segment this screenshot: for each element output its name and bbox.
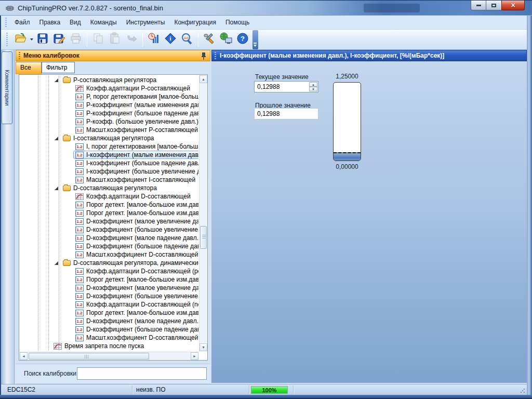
tree-item-label: Порог детект. [малое-большое изм.давл.], — [86, 276, 198, 283]
tree-item[interactable]: 1.2Масшт.коэффициент D-составляющей (dyn — [19, 334, 198, 342]
toolbar-button-open-file[interactable] — [12, 32, 28, 47]
tree-folder[interactable]: P-составляющая регулятора — [19, 76, 198, 84]
tree-item[interactable]: 1.2Коэфф.адаптации D-составляющей (negat… — [19, 300, 198, 309]
tab-filter[interactable]: Фильтр — [42, 62, 75, 73]
tree-item[interactable]: 1.2D-коэффициент (большое падение давл.) — [19, 242, 198, 250]
horizontal-scroll-thumb[interactable] — [29, 353, 149, 360]
tree-item[interactable]: 1.2P-коэфф. (большое увеличение давл.) — [19, 117, 198, 126]
calibration-search-input[interactable] — [77, 367, 207, 380]
tree-item-label: D-составляющая регулятора — [73, 184, 157, 192]
current-value-spinbox[interactable]: 0,12988 ▲ ▼ — [254, 81, 318, 92]
menu-grip-handle[interactable] — [5, 18, 7, 27]
tree-item-label: D-коэффициент (большое увеличение давл — [86, 226, 198, 233]
resize-grip-icon[interactable] — [520, 388, 525, 393]
tree-item[interactable]: 1.2I, порог детектирования [малое-большо… — [19, 142, 198, 151]
print-icon — [70, 32, 82, 47]
tree-folder[interactable]: I-составляющая регулятора — [19, 134, 198, 142]
toolbar-button-statistics[interactable] — [146, 32, 162, 47]
tree-item[interactable]: 1.2D-коэффициент (малое увеличение давл.… — [19, 217, 198, 225]
window-frame-right — [527, 16, 532, 395]
folder-icon — [63, 77, 71, 83]
toolbar-overflow-chevron-icon[interactable] — [252, 30, 258, 49]
expand-collapse-icon[interactable] — [55, 78, 58, 82]
tree-item[interactable]: 1.2Порог детект. [малое-большое изм.давл… — [19, 209, 198, 217]
current-value-label: Текущее значение — [255, 73, 309, 81]
toolbar-button-preview[interactable]: 110 — [179, 32, 195, 47]
tree-item[interactable]: 1.2Масшт.коэффициент I-составляющей — [19, 176, 198, 184]
tree-item[interactable]: 1.2Порог детект. [малое-большое изм.давл… — [19, 201, 198, 209]
expand-collapse-icon[interactable] — [55, 187, 58, 190]
toolbar-button-tools[interactable] — [202, 32, 217, 47]
spin-down-icon[interactable]: ▼ — [309, 87, 317, 91]
menu-item-0[interactable]: Файл — [10, 17, 35, 28]
tree-folder[interactable]: D-составляющая регулятора — [19, 184, 198, 192]
value-icon: 1.2 — [75, 127, 84, 134]
vertical-scrollbar[interactable]: ▲ ▼ — [199, 75, 207, 351]
tree-item[interactable]: 1.2D-коэффициент (большое падение давл. … — [19, 325, 198, 334]
value-icon: 1.2 — [75, 143, 84, 150]
tree-item-label: D-коэффициент (большое падение давл.) — [86, 243, 198, 250]
tree-item[interactable]: Коэфф.адаптации D-составляющей — [19, 192, 198, 201]
toolbar-button-save-as[interactable] — [51, 32, 67, 47]
value-icon: 1.2 — [75, 285, 84, 291]
tree-item-label: D-коэффициент (малое падение давл. dyn) — [86, 317, 198, 325]
open-dropdown-chevron-icon[interactable] — [29, 32, 34, 47]
toolbar-button-help[interactable]: ? — [235, 32, 250, 47]
scroll-left-icon[interactable]: ◄ — [20, 352, 28, 360]
tree-item-label: Порог детект. [малое-большое изм.давл.], — [86, 309, 198, 316]
toolbar-button-save[interactable] — [35, 32, 50, 47]
menu-item-3[interactable]: Команды — [86, 17, 122, 28]
tools-icon — [203, 32, 216, 47]
window-frame-left — [0, 16, 1, 395]
tree-item[interactable]: 1.2D-коэффициент (малое падение давл. dy… — [19, 317, 198, 325]
horizontal-scrollbar[interactable]: ◄ ► — [20, 352, 198, 360]
tree-item[interactable]: 1.2P-коэффициент (большое падение давл.) — [19, 109, 198, 117]
menu-item-6[interactable]: Помощь — [221, 17, 254, 28]
tab-all[interactable]: Все — [16, 62, 42, 74]
expand-collapse-icon[interactable] — [55, 261, 58, 265]
menu-item-1[interactable]: Правка — [35, 17, 65, 28]
toolbar-button-undo — [124, 32, 139, 47]
toolbar-button-info[interactable]: i — [163, 32, 178, 47]
menu-item-5[interactable]: Конфигурация — [169, 17, 221, 28]
tree-folder[interactable]: D-составляющая регулятора, динамические … — [19, 259, 198, 267]
menu-item-4[interactable]: Инструменты — [122, 17, 170, 28]
tree-item[interactable]: 1.2D-коэффициент (малое увеличение давл.… — [19, 284, 198, 292]
tree-item[interactable]: 1.2I-коэффициент (малые изменения давл.) — [19, 151, 198, 159]
tree-item[interactable]: 1.2D-коэффициент (большое увеличение дав… — [19, 225, 198, 234]
close-button[interactable]: × — [501, 1, 525, 10]
tree-item[interactable]: 1.2Порог детект. [малое-большое изм.давл… — [19, 309, 198, 317]
tree-item[interactable]: Коэфф.адаптации P-составляющей — [19, 84, 198, 92]
scroll-up-icon[interactable]: ▲ — [200, 75, 207, 83]
title-bar[interactable]: ChipTuningPRO ver.7.2.0.827 - sorento_fi… — [0, 0, 532, 16]
value-gauge[interactable] — [333, 82, 361, 161]
tree-item[interactable]: 1.2Масшт.коэффициент P-составляющей — [19, 126, 198, 134]
tree-item[interactable]: 1.2I-коэффициент (большое увеличение дав… — [19, 167, 198, 176]
vertical-scroll-thumb[interactable] — [200, 226, 207, 249]
tree-item[interactable]: 1.2Коэфф.адаптации D-составляющей (posit… — [19, 267, 198, 275]
parameter-panel-header[interactable]: I-коэффициент (малые изменения давл.), I… — [211, 50, 527, 61]
tree-item[interactable]: 1.2Порог детект. [малое-большое изм.давл… — [19, 275, 198, 284]
toolbar-button-network[interactable] — [218, 32, 234, 47]
statusbar-separator — [249, 385, 249, 394]
tree-item[interactable]: 1.2D-коэффициент (большое увеличение дав… — [19, 292, 198, 300]
toolbar-grip-handle[interactable] — [6, 33, 8, 46]
menu-item-2[interactable]: Вид — [65, 17, 86, 28]
spin-up-icon[interactable]: ▲ — [309, 82, 317, 87]
tree-item[interactable]: 1.2D-коэффициент (малое падение давл.) — [19, 234, 198, 242]
tree-item[interactable]: 1.2P, порог детектирования [малое-большо… — [19, 92, 198, 101]
tree-item[interactable]: 1.2P-коэффициент (малые изменения давл.) — [19, 101, 198, 109]
maximize-button[interactable] — [486, 1, 501, 10]
pin-icon[interactable] — [201, 52, 207, 60]
menu-bar: ФайлПравкаВидКомандыИнструментыКонфигура… — [1, 16, 527, 30]
tree-item-label: I-составляющая регулятора — [73, 135, 154, 142]
tab-comments[interactable]: Комментарии — [2, 51, 12, 124]
expand-collapse-icon[interactable] — [55, 137, 58, 140]
tree-item[interactable]: 1.2Масшт.коэффициент D-составляющей — [19, 250, 198, 259]
tree-item[interactable]: 1.2I-коэффициент (большое падение давл.) — [19, 159, 198, 167]
tree-item[interactable]: Время запрета после пуска — [19, 342, 198, 350]
scroll-right-icon[interactable]: ► — [191, 352, 198, 360]
minimize-button[interactable] — [471, 1, 486, 10]
calibration-panel-header[interactable]: Меню калибровок — [16, 50, 210, 61]
scroll-down-icon[interactable]: ▼ — [200, 343, 207, 351]
